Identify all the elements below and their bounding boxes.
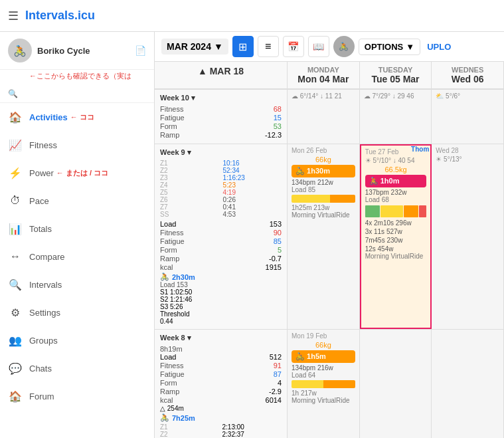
week10-fitness: 68	[274, 105, 282, 113]
user-avatar-cal[interactable]: 🚴	[333, 36, 355, 57]
tue-weather: ☁ 7°/29° ↓ 29 46	[364, 92, 428, 100]
settings-icon: ⚙	[8, 305, 23, 320]
search-icon: 🔍	[8, 89, 18, 98]
sidebar-item-forum[interactable]: 🏠 Forum	[0, 382, 154, 410]
w8-mon-bar	[292, 380, 355, 388]
w8-mon-load: Load 64	[292, 372, 355, 379]
nav-label-fitness: Fitness	[29, 140, 57, 150]
pace-icon: ⏱	[8, 193, 23, 208]
monday-label: MONDAY	[293, 66, 354, 74]
week9-threshold: Threshold	[160, 310, 282, 318]
sidebar-item-fitness[interactable]: 📈 Fitness	[0, 131, 154, 159]
menu-icon[interactable]: ☰	[8, 9, 19, 23]
sidebar-search[interactable]: 🔍	[0, 85, 154, 103]
w9-tue-load: Load 68	[365, 196, 427, 203]
doc-icon[interactable]: 📄	[135, 45, 146, 56]
compare-icon: ↔	[8, 249, 23, 264]
w9-tue-bpm: 137bpm 232w	[365, 189, 427, 196]
nav-label-chats: Chats	[29, 364, 52, 374]
w8-mon-activity[interactable]: 🚴 1h5m	[292, 350, 355, 363]
sidebar-item-activities[interactable]: 🏠 Activities ← ココ	[0, 103, 154, 131]
w8-mon-bpm: 134bpm 216w	[292, 364, 355, 372]
week8-bike-time: 7h25m	[172, 414, 195, 422]
book-icon-button[interactable]: 📖	[308, 36, 329, 57]
week8-wednesday	[432, 330, 504, 438]
sidebar-item-power[interactable]: ⚡ Power ← または / ココ	[0, 159, 154, 187]
w9-wed-date: Wed 28	[436, 147, 499, 154]
sidebar-nav: 🏠 Activities ← ココ 📈 Fitness ⚡ Power ← また…	[0, 103, 154, 438]
nav-label-intervals: Intervals	[29, 280, 62, 290]
annotation-arrow2: ← または / ココ	[56, 168, 108, 178]
sidebar-user: 🚴 Boriko Cycle 📄	[0, 32, 154, 70]
thom-label: Thom	[411, 146, 429, 153]
sidebar-item-intervals[interactable]: 🔍 Intervals	[0, 271, 154, 298]
week8-fatigue: 87	[274, 370, 282, 378]
username: Boriko Cycle	[37, 46, 90, 56]
options-button[interactable]: OPTIONS ▼	[359, 39, 420, 55]
w9-mon-activity[interactable]: 🚴 1h30m	[292, 165, 355, 177]
month-selector[interactable]: MAR 2024 ▼	[161, 39, 228, 55]
w8-mon-activity-label: 1h5m	[307, 352, 326, 360]
calendar-toolbar: MAR 2024 ▼ ⊞ ≡ 📅 📖 🚴 OPTIONS ▼ UPLO	[155, 32, 504, 62]
nav-label-power: Power	[29, 168, 54, 178]
week8-monday: Mon 19 Feb 66kg 🚴 1h5m 134bpm 216w Load …	[288, 330, 360, 438]
w9-mon-bpm: 134bpm 212w	[292, 179, 355, 186]
w9-mon-weight: 66kg	[292, 156, 355, 164]
annotation-arrow1: ← ココ	[70, 112, 94, 122]
week9-bike-time: 2h30m	[172, 273, 195, 281]
calendar-icon-button[interactable]: 📅	[283, 36, 304, 57]
week9-load: 153	[270, 220, 282, 228]
nav-label-compare: Compare	[29, 252, 64, 262]
week8-total: 8h19m	[160, 345, 282, 353]
monday-col-header: MONDAY Mon 04 Mar	[288, 62, 360, 88]
sidebar-item-totals[interactable]: 📊 Totals	[0, 215, 154, 243]
w9-tue-weight: 66.5kg	[365, 165, 427, 173]
tuesday-date: Tue 05 Mar	[365, 74, 426, 84]
topbar: ☰ Intervals.icu	[0, 0, 504, 32]
week8-delta: △ 254m	[160, 405, 282, 412]
week9-monday: Mon 26 Feb 66kg 🚴 1h30m 134bpm 212w Load…	[288, 144, 360, 329]
w9-tue-subtitle: Morning VirtualRide	[365, 253, 427, 260]
sidebar-item-groups[interactable]: 👥 Groups	[0, 326, 154, 354]
w9-tue-activity[interactable]: 🚴 1h0m	[365, 175, 427, 187]
totals-icon: 📊	[8, 221, 23, 236]
nav-label-pace: Pace	[29, 196, 49, 206]
w9-wed-weather: ☀ 5°/13°	[436, 156, 499, 163]
week-10-stats: Week 10 ▾ Fitness68 Fatigue15 Form53 Ram…	[155, 90, 288, 144]
sidebar: 🚴 Boriko Cycle 📄 ←ここからも確認できる（実は 🔍 🏠 Acti…	[0, 32, 155, 438]
upload-button[interactable]: UPLO	[424, 39, 454, 55]
nav-label-activities: Activities	[29, 112, 68, 122]
week10-form: 53	[274, 122, 282, 130]
w9-tue-weather: ☀ 5°/10° ↓ 40 54	[365, 157, 427, 164]
week9-threshold-val: 0.44	[160, 318, 282, 325]
w9-mon-date: Mon 26 Feb	[292, 147, 355, 154]
forum-icon: 🏠	[8, 389, 23, 403]
list-view-button[interactable]: ≡	[258, 36, 279, 57]
sidebar-item-compare[interactable]: ↔ Compare	[0, 243, 154, 271]
bike-icon-w9: 🚴	[160, 273, 169, 281]
bike-icon-w8: 🚴	[160, 413, 169, 422]
w9-tue-activity-icon: 🚴	[369, 177, 378, 185]
week8-ramp: -2.9	[269, 387, 282, 395]
week9-s3: S3 5:26	[160, 303, 282, 310]
power-icon: ⚡	[8, 165, 23, 180]
sidebar-item-pace[interactable]: ⏱ Pace	[0, 187, 154, 215]
grid-view-button[interactable]: ⊞	[232, 36, 254, 57]
sidebar-item-chats[interactable]: 💬 Chats	[0, 354, 154, 382]
options-label: OPTIONS	[365, 42, 404, 52]
home-icon: 🏠	[8, 110, 23, 124]
w8-mon-date: Mon 19 Feb	[292, 332, 355, 340]
w8-mon-subtitle: Morning VirtualRide	[292, 397, 355, 404]
monday-date: Mon 04 Mar	[293, 74, 354, 84]
sidebar-item-settings[interactable]: ⚙ Settings	[0, 298, 154, 326]
nav-label-groups: Groups	[29, 336, 58, 346]
week-8-row: Week 8 ▾ 8h19m Load512 Fitness91 Fatigue…	[155, 330, 504, 438]
w9-tue-int1: 4x 2m10s 296w	[365, 219, 427, 227]
w8-mon-activity-icon: 🚴	[295, 352, 305, 360]
week10-ramp: -12.3	[265, 131, 282, 139]
w9-tue-zone-bars	[365, 205, 427, 217]
week8-form: 4	[278, 379, 282, 387]
week9-form: 5	[278, 246, 282, 254]
sidebar-note: ←ここからも確認できる（実は	[29, 70, 154, 85]
w9-tue-int3: 7m45s 230w	[365, 237, 427, 244]
